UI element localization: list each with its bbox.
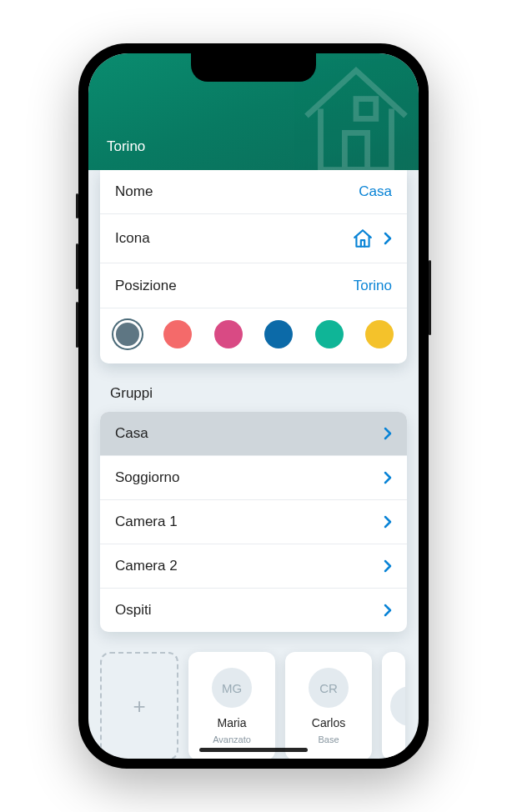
content-area: Nome Casa Icona bbox=[88, 170, 419, 759]
name-label: Nome bbox=[115, 183, 153, 200]
user-card-peek[interactable] bbox=[382, 652, 405, 759]
user-card-0[interactable]: MGMariaAvanzato bbox=[188, 652, 275, 759]
color-option-2[interactable] bbox=[214, 320, 243, 348]
home-icon bbox=[352, 228, 374, 249]
chevron-right-icon bbox=[384, 471, 392, 484]
avatar: CR bbox=[309, 668, 349, 708]
group-row-0[interactable]: Casa bbox=[100, 412, 407, 456]
user-role: Avanzato bbox=[213, 734, 251, 744]
add-user-button[interactable]: + bbox=[100, 652, 178, 759]
color-option-0[interactable] bbox=[113, 320, 142, 348]
app-screen: Torino Nome Casa Icona bbox=[88, 53, 419, 759]
group-label: Camera 2 bbox=[115, 558, 178, 574]
app-header: Torino bbox=[88, 53, 419, 170]
header-title: Torino bbox=[107, 138, 145, 155]
color-picker bbox=[100, 308, 407, 363]
name-row[interactable]: Nome Casa bbox=[100, 170, 407, 214]
svg-rect-1 bbox=[356, 99, 376, 119]
icon-label: Icona bbox=[115, 230, 150, 247]
group-label: Soggiorno bbox=[115, 469, 180, 486]
group-row-2[interactable]: Camera 1 bbox=[100, 500, 407, 544]
group-row-1[interactable]: Soggiorno bbox=[100, 456, 407, 500]
svg-rect-0 bbox=[344, 133, 367, 169]
phone-frame: Torino Nome Casa Icona bbox=[78, 43, 429, 769]
position-value: Torino bbox=[354, 278, 392, 294]
group-label: Casa bbox=[115, 425, 148, 442]
avatar bbox=[390, 686, 405, 726]
position-row[interactable]: Posizione Torino bbox=[100, 263, 407, 308]
name-value: Casa bbox=[359, 183, 392, 200]
house-watermark-icon bbox=[285, 53, 419, 170]
group-row-3[interactable]: Camera 2 bbox=[100, 544, 407, 589]
group-label: Camera 1 bbox=[115, 514, 178, 530]
icon-row[interactable]: Icona bbox=[100, 214, 407, 263]
chevron-right-icon bbox=[384, 427, 392, 440]
groups-title: Gruppi bbox=[88, 363, 419, 412]
user-role: Base bbox=[318, 734, 339, 744]
users-strip: + MGMariaAvanzatoCRCarlosBase bbox=[88, 632, 419, 759]
chevron-right-icon bbox=[384, 232, 392, 245]
chevron-right-icon bbox=[384, 559, 392, 573]
groups-list: CasaSoggiornoCamera 1Camera 2Ospiti bbox=[100, 412, 407, 632]
chevron-right-icon bbox=[384, 515, 392, 529]
user-name: Maria bbox=[217, 716, 246, 729]
avatar: MG bbox=[212, 668, 252, 708]
color-option-5[interactable] bbox=[365, 320, 394, 348]
color-option-4[interactable] bbox=[315, 320, 344, 348]
position-label: Posizione bbox=[115, 278, 177, 294]
color-option-1[interactable] bbox=[163, 320, 192, 348]
home-indicator bbox=[199, 748, 308, 752]
chevron-right-icon bbox=[384, 604, 392, 617]
user-name: Carlos bbox=[312, 716, 345, 729]
group-row-4[interactable]: Ospiti bbox=[100, 589, 407, 632]
settings-card: Nome Casa Icona bbox=[100, 170, 407, 363]
group-label: Ospiti bbox=[115, 602, 151, 619]
color-option-3[interactable] bbox=[264, 320, 293, 348]
user-card-1[interactable]: CRCarlosBase bbox=[285, 652, 372, 759]
